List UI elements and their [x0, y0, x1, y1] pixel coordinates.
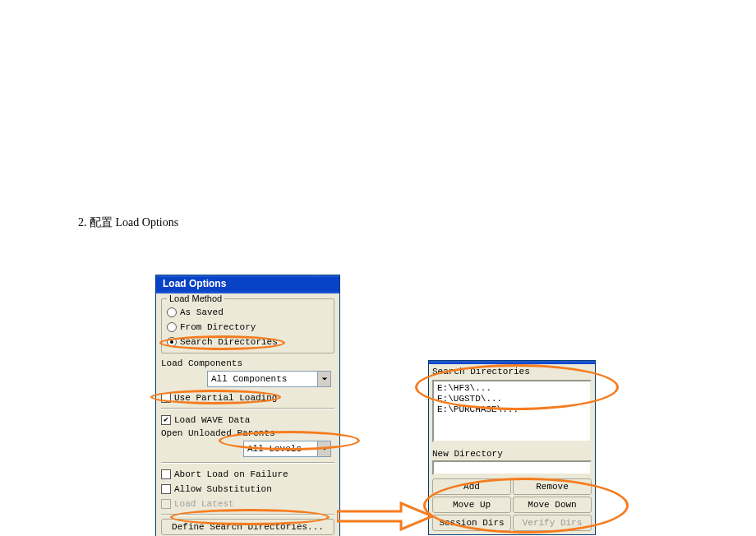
group-legend: Load Method — [167, 293, 224, 303]
divider — [161, 408, 334, 409]
section-heading: 2. 配置 Load Options — [78, 215, 178, 230]
checkbox-icon — [161, 499, 171, 509]
new-directory-input[interactable] — [432, 460, 592, 475]
load-latest-check: Load Latest — [161, 497, 334, 511]
search-directories-dialog: Search Directories E:\HF3\... E:\UGSTD\.… — [428, 360, 596, 535]
checkbox-icon — [161, 469, 171, 479]
load-components-label: Load Components — [161, 358, 334, 368]
move-up-button[interactable]: Move Up — [432, 497, 511, 513]
use-partial-loading-check[interactable]: Use Partial Loading — [161, 390, 334, 404]
radio-as-saved[interactable]: As Saved — [167, 305, 329, 319]
load-wave-check[interactable]: ✔ Load WAVE Data — [161, 413, 334, 427]
dialog-top-border — [429, 361, 595, 364]
load-method-group: Load Method As Saved From Directory Sear… — [161, 298, 334, 353]
search-directories-label: Search Directories — [432, 367, 592, 377]
verify-dirs-button: Verify Dirs — [513, 515, 592, 531]
radio-icon — [167, 307, 177, 317]
define-search-directories-button[interactable]: Define Search Directories... — [161, 519, 334, 535]
session-dirs-button[interactable]: Session Dirs — [432, 515, 511, 531]
list-item[interactable]: E:\UGSTD\... — [437, 394, 587, 404]
list-item[interactable]: E:\HF3\... — [437, 383, 587, 394]
load-options-dialog: Load Options Load Method As Saved From D… — [155, 275, 340, 536]
remove-button[interactable]: Remove — [513, 478, 592, 495]
move-down-button[interactable]: Move Down — [513, 497, 592, 513]
radio-search-directories[interactable]: Search Directories — [167, 335, 329, 349]
load-components-combo[interactable]: All Components — [207, 371, 331, 387]
annotation-arrow-icon — [337, 501, 434, 531]
radio-icon — [167, 322, 177, 332]
open-unloaded-combo[interactable]: All Levels — [243, 441, 331, 457]
divider — [161, 514, 334, 515]
dialog-titlebar[interactable]: Load Options — [156, 275, 339, 293]
new-directory-label: New Directory — [432, 449, 592, 459]
checkbox-icon — [161, 393, 171, 403]
directories-listbox[interactable]: E:\HF3\... E:\UGSTD\... E:\PURCHASE\... — [432, 380, 592, 442]
radio-from-directory[interactable]: From Directory — [167, 320, 329, 334]
button-grid: Add Remove Move Up Move Down Session Dir… — [432, 478, 592, 531]
radio-icon — [167, 337, 177, 347]
chevron-down-icon[interactable] — [317, 372, 330, 386]
allow-substitution-check[interactable]: Allow Substitution — [161, 482, 334, 496]
divider — [161, 462, 334, 464]
checkbox-icon — [161, 484, 171, 494]
list-item[interactable]: E:\PURCHASE\... — [437, 404, 587, 415]
add-button[interactable]: Add — [432, 478, 511, 495]
open-unloaded-label: Open Unloaded Parents — [161, 428, 334, 438]
abort-load-check[interactable]: Abort Load on Failure — [161, 467, 334, 481]
checkbox-icon: ✔ — [161, 415, 171, 425]
chevron-down-icon[interactable] — [317, 441, 330, 456]
